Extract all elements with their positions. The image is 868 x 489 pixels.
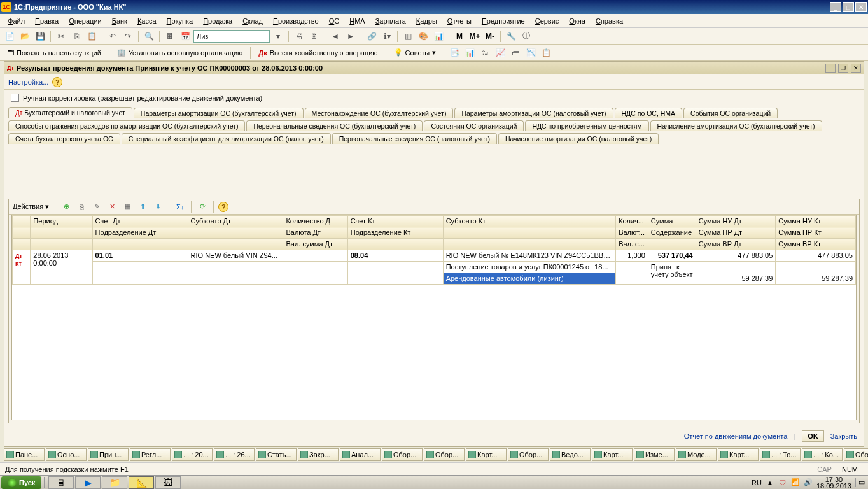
col-header[interactable]: Счет Дт bbox=[92, 216, 188, 227]
window-tab-16[interactable]: Моде... bbox=[676, 448, 717, 461]
copy-icon[interactable]: ⎘ bbox=[69, 29, 83, 43]
window-tab-20[interactable]: Обор... bbox=[844, 448, 868, 461]
menu-касса[interactable]: Касса bbox=[134, 16, 160, 26]
move-down-icon[interactable]: ⬇ bbox=[151, 201, 164, 213]
tool-icon-1[interactable]: 📑 bbox=[447, 46, 461, 60]
layout-icon[interactable]: ▥ bbox=[401, 29, 415, 43]
window-tab-14[interactable]: Карт... bbox=[592, 448, 633, 461]
close-link[interactable]: Закрыть bbox=[830, 432, 857, 440]
cell-empty[interactable] bbox=[188, 262, 283, 273]
window-tab-17[interactable]: Карт... bbox=[718, 448, 759, 461]
maximize-button[interactable]: □ bbox=[843, 2, 854, 12]
col-header[interactable] bbox=[92, 239, 188, 250]
col-header[interactable] bbox=[443, 227, 615, 239]
tool-icon-3[interactable]: 🗂 bbox=[478, 46, 492, 60]
menu-правка[interactable]: Правка bbox=[31, 16, 62, 26]
finish-edit-icon[interactable]: ▦ bbox=[121, 201, 134, 213]
cell-currency-kt[interactable] bbox=[616, 262, 648, 273]
add-row-icon[interactable]: ⊕ bbox=[60, 201, 73, 213]
cell-sub-kt-1[interactable]: RIO NEW белый № Е148МК123 VIN Z94CC51BBD… bbox=[443, 250, 615, 262]
tab-tabs3-0[interactable]: Счета бухгалтерского учета ОС bbox=[8, 133, 120, 144]
menu-зарплата[interactable]: Зарплата bbox=[372, 16, 410, 26]
col-header[interactable]: Сумма НУ Дт bbox=[696, 216, 776, 227]
col-header[interactable] bbox=[188, 227, 283, 239]
cell-sum[interactable]: 537 170,44 bbox=[648, 250, 696, 262]
cell-r3-2[interactable] bbox=[188, 273, 283, 285]
cell-vr-dt[interactable]: 59 287,39 bbox=[696, 273, 776, 285]
tab-tabs2-1[interactable]: Первоначальные сведения ОС (бухгалтерски… bbox=[246, 120, 423, 131]
settings-link[interactable]: Настройка... bbox=[8, 78, 48, 86]
tab-tabs3-1[interactable]: Специальный коэффициент для амортизации … bbox=[122, 133, 331, 144]
tray-lang[interactable]: RU bbox=[752, 479, 762, 486]
col-header[interactable] bbox=[31, 227, 92, 239]
ok-button[interactable]: OK bbox=[802, 430, 824, 442]
info-icon[interactable]: ⓘ bbox=[519, 29, 533, 43]
tab-tabs1-5[interactable]: События ОС организаций bbox=[683, 108, 778, 118]
window-tab-11[interactable]: Карт... bbox=[466, 448, 507, 461]
col-header[interactable]: Субконто Кт bbox=[443, 216, 615, 227]
memory-mplus-button[interactable]: M+ bbox=[468, 29, 482, 43]
calendar-icon[interactable]: 📅 bbox=[178, 29, 192, 43]
delete-row-icon[interactable]: ✕ bbox=[106, 201, 118, 213]
cell-content[interactable]: Принят к учету объект bbox=[648, 262, 696, 285]
manual-edit-checkbox[interactable] bbox=[11, 94, 19, 102]
cell-vr-kt[interactable]: 59 287,39 bbox=[776, 273, 856, 285]
cell-sub-dt[interactable]: RIO NEW белый VIN Z94... bbox=[188, 250, 283, 262]
cell-pr-kt[interactable] bbox=[776, 262, 856, 273]
menu-ос[interactable]: ОС bbox=[325, 16, 344, 26]
sum-icon[interactable]: Σ↓ bbox=[174, 201, 186, 213]
edit-row-icon[interactable]: ✎ bbox=[90, 201, 103, 213]
paste-icon[interactable]: 📋 bbox=[85, 29, 99, 43]
col-header[interactable]: Количество Дт bbox=[283, 216, 347, 227]
menu-покупка[interactable]: Покупка bbox=[163, 16, 197, 26]
tab-tabs1-1[interactable]: Параметры амортизации ОС (бухгалтерский … bbox=[134, 108, 304, 118]
col-header[interactable]: Вал. сумма Дт bbox=[283, 239, 347, 250]
copy-row-icon[interactable]: ⎘ bbox=[75, 201, 88, 213]
window-tab-5[interactable]: ... : 26... bbox=[214, 448, 255, 461]
col-header[interactable] bbox=[13, 216, 31, 227]
tool-icon-6[interactable]: 📉 bbox=[524, 46, 538, 60]
doc-minimize-button[interactable]: _ bbox=[825, 64, 836, 73]
cell-nu-kt-1[interactable]: 477 883,05 bbox=[776, 250, 856, 262]
taskbar-app-1[interactable]: 🖥 bbox=[48, 476, 74, 489]
search-dropdown-icon[interactable]: ▾ bbox=[271, 29, 285, 43]
help-icon[interactable]: ? bbox=[52, 77, 62, 87]
window-tab-15[interactable]: Изме... bbox=[634, 448, 675, 461]
tray-up-icon[interactable]: ▲ bbox=[766, 478, 774, 487]
link-icon[interactable]: 🔗 bbox=[365, 29, 379, 43]
refresh-icon[interactable]: ⟳ bbox=[196, 201, 209, 213]
open-icon[interactable]: 📂 bbox=[18, 29, 32, 43]
tab-tabs2-4[interactable]: Начисление амортизации ОС (бухгалтерский… bbox=[650, 120, 822, 131]
tray-sound-icon[interactable]: 🔊 bbox=[804, 478, 813, 487]
tab-tabs1-3[interactable]: Параметры амортизации ОС (налоговый учет… bbox=[454, 108, 613, 118]
window-tab-9[interactable]: Обор... bbox=[382, 448, 423, 461]
minimize-button[interactable]: _ bbox=[830, 2, 841, 12]
cell-pr-dt[interactable] bbox=[696, 262, 776, 273]
menu-предприятие[interactable]: Предприятие bbox=[478, 16, 529, 26]
tab-tabs3-2[interactable]: Первоначальные сведения ОС (налоговый уч… bbox=[332, 133, 497, 144]
window-tab-2[interactable]: Прин... bbox=[88, 448, 129, 461]
tab-tabs3-3[interactable]: Начисление амортизации ОС (налоговый уче… bbox=[498, 133, 659, 144]
tray-show-desktop[interactable]: ▭ bbox=[855, 478, 864, 487]
tab-tabs2-3[interactable]: НДС по приобретенным ценностям bbox=[525, 120, 648, 131]
cell-qty-dt[interactable] bbox=[283, 250, 347, 262]
cell-acct-dt[interactable]: 01.01 bbox=[92, 250, 188, 262]
forward-icon[interactable]: ► bbox=[344, 29, 358, 43]
col-header[interactable] bbox=[31, 239, 92, 250]
col-header[interactable] bbox=[443, 239, 615, 250]
col-header[interactable] bbox=[347, 239, 443, 250]
col-header[interactable]: Вал. с... bbox=[616, 239, 648, 250]
menu-производство[interactable]: Производство bbox=[269, 16, 323, 26]
col-header[interactable]: Сумма ПР Дт bbox=[696, 227, 776, 239]
cell-sub-kt-3-selected[interactable]: Арендованные автомобили (лизинг) bbox=[443, 273, 615, 285]
taskbar-app-3[interactable]: 📁 bbox=[102, 476, 127, 489]
window-tab-1[interactable]: Осно... bbox=[46, 448, 87, 461]
tool-icon-4[interactable]: 📈 bbox=[493, 46, 507, 60]
window-tab-4[interactable]: ... : 20... bbox=[172, 448, 213, 461]
cell-nu-dt-1[interactable]: 477 883,05 bbox=[696, 250, 776, 262]
print-icon[interactable]: 🖨 bbox=[292, 29, 306, 43]
col-header[interactable]: Содержание bbox=[648, 227, 696, 239]
menu-отчеты[interactable]: Отчеты bbox=[444, 16, 475, 26]
tips-button[interactable]: 💡Советы▾ bbox=[389, 46, 440, 60]
window-tab-12[interactable]: Обор... bbox=[508, 448, 549, 461]
